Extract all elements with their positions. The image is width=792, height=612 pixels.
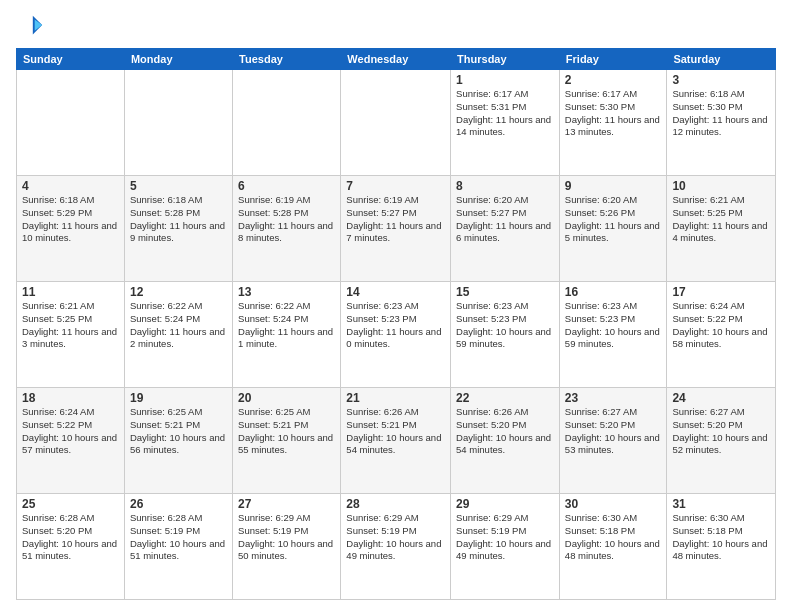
weekday-header: Friday xyxy=(559,49,667,70)
weekday-header: Sunday xyxy=(17,49,125,70)
day-number: 16 xyxy=(565,285,662,299)
calendar-week-row: 25Sunrise: 6:28 AM Sunset: 5:20 PM Dayli… xyxy=(17,494,776,600)
day-info: Sunrise: 6:23 AM Sunset: 5:23 PM Dayligh… xyxy=(456,300,554,351)
day-info: Sunrise: 6:29 AM Sunset: 5:19 PM Dayligh… xyxy=(238,512,335,563)
day-number: 11 xyxy=(22,285,119,299)
calendar-cell: 18Sunrise: 6:24 AM Sunset: 5:22 PM Dayli… xyxy=(17,388,125,494)
calendar-cell: 13Sunrise: 6:22 AM Sunset: 5:24 PM Dayli… xyxy=(233,282,341,388)
day-number: 3 xyxy=(672,73,770,87)
day-number: 18 xyxy=(22,391,119,405)
day-info: Sunrise: 6:29 AM Sunset: 5:19 PM Dayligh… xyxy=(346,512,445,563)
calendar-cell: 1Sunrise: 6:17 AM Sunset: 5:31 PM Daylig… xyxy=(451,70,560,176)
day-number: 12 xyxy=(130,285,227,299)
day-info: Sunrise: 6:30 AM Sunset: 5:18 PM Dayligh… xyxy=(565,512,662,563)
day-info: Sunrise: 6:18 AM Sunset: 5:29 PM Dayligh… xyxy=(22,194,119,245)
day-number: 28 xyxy=(346,497,445,511)
day-info: Sunrise: 6:29 AM Sunset: 5:19 PM Dayligh… xyxy=(456,512,554,563)
logo-icon xyxy=(16,12,44,40)
calendar-cell: 30Sunrise: 6:30 AM Sunset: 5:18 PM Dayli… xyxy=(559,494,667,600)
day-number: 14 xyxy=(346,285,445,299)
weekday-header: Thursday xyxy=(451,49,560,70)
weekday-header: Monday xyxy=(124,49,232,70)
calendar-cell xyxy=(17,70,125,176)
calendar-cell: 6Sunrise: 6:19 AM Sunset: 5:28 PM Daylig… xyxy=(233,176,341,282)
day-info: Sunrise: 6:24 AM Sunset: 5:22 PM Dayligh… xyxy=(672,300,770,351)
day-number: 24 xyxy=(672,391,770,405)
calendar-cell: 20Sunrise: 6:25 AM Sunset: 5:21 PM Dayli… xyxy=(233,388,341,494)
day-number: 1 xyxy=(456,73,554,87)
day-info: Sunrise: 6:28 AM Sunset: 5:19 PM Dayligh… xyxy=(130,512,227,563)
day-info: Sunrise: 6:20 AM Sunset: 5:26 PM Dayligh… xyxy=(565,194,662,245)
day-number: 20 xyxy=(238,391,335,405)
calendar-cell: 12Sunrise: 6:22 AM Sunset: 5:24 PM Dayli… xyxy=(124,282,232,388)
day-info: Sunrise: 6:22 AM Sunset: 5:24 PM Dayligh… xyxy=(238,300,335,351)
calendar-week-row: 11Sunrise: 6:21 AM Sunset: 5:25 PM Dayli… xyxy=(17,282,776,388)
day-number: 2 xyxy=(565,73,662,87)
svg-marker-1 xyxy=(35,19,42,30)
day-number: 27 xyxy=(238,497,335,511)
calendar-cell: 7Sunrise: 6:19 AM Sunset: 5:27 PM Daylig… xyxy=(341,176,451,282)
calendar-cell: 22Sunrise: 6:26 AM Sunset: 5:20 PM Dayli… xyxy=(451,388,560,494)
day-info: Sunrise: 6:23 AM Sunset: 5:23 PM Dayligh… xyxy=(346,300,445,351)
day-info: Sunrise: 6:17 AM Sunset: 5:31 PM Dayligh… xyxy=(456,88,554,139)
day-number: 7 xyxy=(346,179,445,193)
day-info: Sunrise: 6:18 AM Sunset: 5:28 PM Dayligh… xyxy=(130,194,227,245)
day-info: Sunrise: 6:23 AM Sunset: 5:23 PM Dayligh… xyxy=(565,300,662,351)
calendar-cell: 19Sunrise: 6:25 AM Sunset: 5:21 PM Dayli… xyxy=(124,388,232,494)
day-number: 21 xyxy=(346,391,445,405)
calendar-week-row: 4Sunrise: 6:18 AM Sunset: 5:29 PM Daylig… xyxy=(17,176,776,282)
calendar-cell: 16Sunrise: 6:23 AM Sunset: 5:23 PM Dayli… xyxy=(559,282,667,388)
calendar-cell xyxy=(341,70,451,176)
calendar-cell: 27Sunrise: 6:29 AM Sunset: 5:19 PM Dayli… xyxy=(233,494,341,600)
weekday-header: Wednesday xyxy=(341,49,451,70)
calendar-cell xyxy=(124,70,232,176)
day-number: 8 xyxy=(456,179,554,193)
day-info: Sunrise: 6:27 AM Sunset: 5:20 PM Dayligh… xyxy=(565,406,662,457)
day-number: 15 xyxy=(456,285,554,299)
calendar-cell xyxy=(233,70,341,176)
header xyxy=(16,12,776,40)
day-number: 13 xyxy=(238,285,335,299)
weekday-header-row: SundayMondayTuesdayWednesdayThursdayFrid… xyxy=(17,49,776,70)
day-info: Sunrise: 6:18 AM Sunset: 5:30 PM Dayligh… xyxy=(672,88,770,139)
day-info: Sunrise: 6:24 AM Sunset: 5:22 PM Dayligh… xyxy=(22,406,119,457)
calendar-cell: 3Sunrise: 6:18 AM Sunset: 5:30 PM Daylig… xyxy=(667,70,776,176)
day-info: Sunrise: 6:25 AM Sunset: 5:21 PM Dayligh… xyxy=(130,406,227,457)
day-info: Sunrise: 6:30 AM Sunset: 5:18 PM Dayligh… xyxy=(672,512,770,563)
day-number: 19 xyxy=(130,391,227,405)
day-info: Sunrise: 6:21 AM Sunset: 5:25 PM Dayligh… xyxy=(22,300,119,351)
day-number: 22 xyxy=(456,391,554,405)
day-info: Sunrise: 6:20 AM Sunset: 5:27 PM Dayligh… xyxy=(456,194,554,245)
day-number: 4 xyxy=(22,179,119,193)
day-number: 23 xyxy=(565,391,662,405)
day-info: Sunrise: 6:22 AM Sunset: 5:24 PM Dayligh… xyxy=(130,300,227,351)
calendar-cell: 17Sunrise: 6:24 AM Sunset: 5:22 PM Dayli… xyxy=(667,282,776,388)
day-info: Sunrise: 6:19 AM Sunset: 5:28 PM Dayligh… xyxy=(238,194,335,245)
day-number: 31 xyxy=(672,497,770,511)
day-number: 10 xyxy=(672,179,770,193)
day-number: 6 xyxy=(238,179,335,193)
weekday-header: Tuesday xyxy=(233,49,341,70)
calendar-cell: 15Sunrise: 6:23 AM Sunset: 5:23 PM Dayli… xyxy=(451,282,560,388)
logo xyxy=(16,12,48,40)
calendar-cell: 29Sunrise: 6:29 AM Sunset: 5:19 PM Dayli… xyxy=(451,494,560,600)
calendar-cell: 10Sunrise: 6:21 AM Sunset: 5:25 PM Dayli… xyxy=(667,176,776,282)
calendar-cell: 8Sunrise: 6:20 AM Sunset: 5:27 PM Daylig… xyxy=(451,176,560,282)
calendar-cell: 25Sunrise: 6:28 AM Sunset: 5:20 PM Dayli… xyxy=(17,494,125,600)
calendar-table: SundayMondayTuesdayWednesdayThursdayFrid… xyxy=(16,48,776,600)
day-number: 30 xyxy=(565,497,662,511)
calendar-cell: 5Sunrise: 6:18 AM Sunset: 5:28 PM Daylig… xyxy=(124,176,232,282)
calendar-cell: 26Sunrise: 6:28 AM Sunset: 5:19 PM Dayli… xyxy=(124,494,232,600)
day-number: 5 xyxy=(130,179,227,193)
day-info: Sunrise: 6:17 AM Sunset: 5:30 PM Dayligh… xyxy=(565,88,662,139)
day-number: 29 xyxy=(456,497,554,511)
day-number: 9 xyxy=(565,179,662,193)
calendar-cell: 23Sunrise: 6:27 AM Sunset: 5:20 PM Dayli… xyxy=(559,388,667,494)
calendar-cell: 4Sunrise: 6:18 AM Sunset: 5:29 PM Daylig… xyxy=(17,176,125,282)
day-number: 25 xyxy=(22,497,119,511)
calendar-week-row: 1Sunrise: 6:17 AM Sunset: 5:31 PM Daylig… xyxy=(17,70,776,176)
calendar-cell: 2Sunrise: 6:17 AM Sunset: 5:30 PM Daylig… xyxy=(559,70,667,176)
day-info: Sunrise: 6:21 AM Sunset: 5:25 PM Dayligh… xyxy=(672,194,770,245)
calendar-week-row: 18Sunrise: 6:24 AM Sunset: 5:22 PM Dayli… xyxy=(17,388,776,494)
day-number: 26 xyxy=(130,497,227,511)
